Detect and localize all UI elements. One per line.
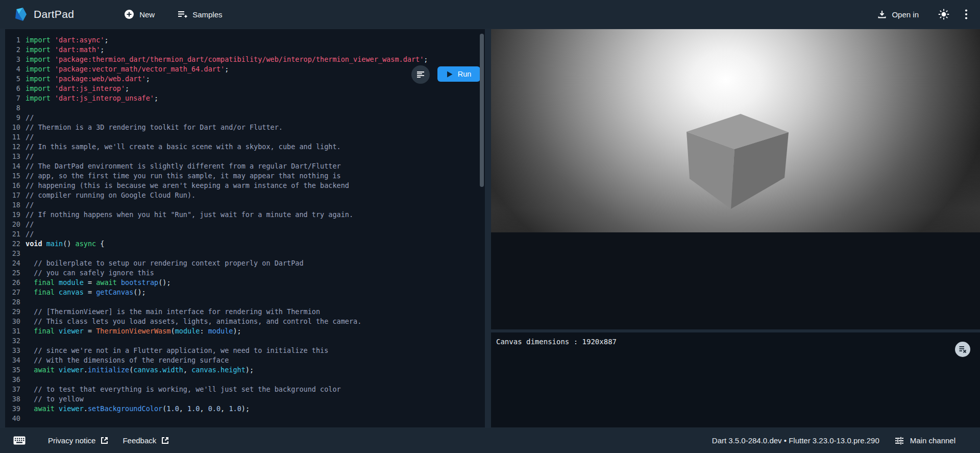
code-line[interactable]: 21//	[5, 229, 485, 239]
code-line[interactable]: 22void main() async {	[5, 239, 485, 249]
format-button[interactable]	[411, 65, 430, 84]
brightness-sun-icon	[938, 9, 949, 20]
code-text: // compiler running on Google Cloud Run)…	[26, 190, 195, 200]
code-line[interactable]: 24 // boilerplate to setup our rendering…	[5, 258, 485, 268]
code-line[interactable]: 36	[5, 375, 485, 385]
header-actions: Open in	[877, 9, 970, 20]
line-number: 25	[5, 268, 20, 278]
line-number: 13	[5, 152, 20, 161]
code-editor-pane[interactable]: 1import 'dart:async';2import 'dart:math'…	[5, 29, 485, 427]
feedback-link[interactable]: Feedback	[122, 436, 169, 445]
code-text: // with the dimensions of the rendering …	[26, 355, 229, 365]
line-number: 1	[5, 35, 20, 45]
code-line[interactable]: 39 await viewer.setBackgroundColor(1.0, …	[5, 404, 485, 414]
new-button[interactable]: New	[124, 9, 155, 19]
code-line[interactable]: 23	[5, 249, 485, 258]
overflow-menu-button[interactable]	[965, 9, 968, 20]
console-panel: Canvas dimensions : 980x453	[491, 332, 980, 427]
code-line[interactable]: 19// If nothing happens when you hit "Ru…	[5, 210, 485, 220]
line-number: 16	[5, 181, 20, 190]
code-lines: 1import 'dart:async';2import 'dart:math'…	[5, 29, 485, 423]
code-text: // [ThermionViewer] is the main interfac…	[26, 307, 320, 317]
line-number: 26	[5, 278, 20, 288]
code-line[interactable]: 27 final canvas = getCanvas();	[5, 288, 485, 297]
code-line[interactable]: 11//	[5, 132, 485, 142]
code-line[interactable]: 26 final module = await bootstrap();	[5, 278, 485, 288]
code-line[interactable]: 20//	[5, 220, 485, 229]
dartpad-logo-icon	[14, 7, 28, 21]
code-line[interactable]: 25 // you can safely ignore this	[5, 268, 485, 278]
code-text: // Thermion is a 3D rendering toolkit fo…	[26, 123, 283, 132]
code-line[interactable]: 32	[5, 336, 485, 346]
line-number: 20	[5, 220, 20, 229]
code-line[interactable]: 18//	[5, 200, 485, 210]
line-number: 4	[5, 64, 20, 74]
code-line[interactable]: 9//	[5, 113, 485, 123]
line-number: 35	[5, 365, 20, 375]
status-bar-right: Dart 3.5.0-284.0.dev • Flutter 3.23.0-13…	[712, 436, 955, 445]
theme-toggle-button[interactable]	[938, 9, 949, 20]
line-number: 19	[5, 210, 20, 220]
code-line[interactable]: 1import 'dart:async';	[5, 35, 485, 45]
render-canvas[interactable]	[491, 29, 980, 232]
code-line[interactable]: 16// happening (this is because we aren'…	[5, 181, 485, 190]
code-line[interactable]: 14// The DartPad environment is slightly…	[5, 161, 485, 171]
code-text: void main() async {	[26, 239, 104, 249]
clear-console-button[interactable]	[955, 342, 970, 357]
code-line[interactable]: 33 // since we're not in a Flutter appli…	[5, 346, 485, 355]
code-line[interactable]: 31 final viewer = ThermionViewerWasm(mod…	[5, 326, 485, 336]
code-text: // you can safely ignore this	[26, 268, 154, 278]
code-line[interactable]: 10// Thermion is a 3D rendering toolkit …	[5, 123, 485, 132]
code-line[interactable]: 7import 'dart:js_interop_unsafe';	[5, 93, 485, 103]
code-line[interactable]: 13//	[5, 152, 485, 161]
code-line[interactable]: 30 // This class lets you load assets, l…	[5, 317, 485, 326]
code-line[interactable]: 28	[5, 297, 485, 307]
code-line[interactable]: 3import 'package:thermion_dart/thermion_…	[5, 55, 485, 64]
code-line[interactable]: 40	[5, 414, 485, 423]
code-text: // to yellow	[26, 394, 84, 404]
line-number: 21	[5, 229, 20, 239]
code-text: import 'dart:js_interop_unsafe';	[26, 93, 158, 103]
plus-circle-icon	[124, 9, 134, 19]
code-line[interactable]: 15// app, so the first time you run this…	[5, 171, 485, 181]
code-text: import 'package:web/web.dart';	[26, 74, 150, 84]
channel-selector-button[interactable]: Main channel	[895, 436, 955, 445]
code-text: //	[26, 113, 34, 123]
open-in-new-icon	[101, 437, 108, 444]
app-title: DartPad	[34, 8, 74, 20]
line-number: 18	[5, 200, 20, 210]
line-number: 7	[5, 93, 20, 103]
privacy-notice-link[interactable]: Privacy notice	[48, 436, 108, 445]
editor-scrollbar-thumb[interactable]	[480, 34, 484, 187]
privacy-notice-label: Privacy notice	[48, 436, 95, 445]
line-number: 14	[5, 161, 20, 171]
code-line[interactable]: 6import 'dart:js_interop';	[5, 84, 485, 93]
code-text: //	[26, 229, 34, 239]
code-line[interactable]: 17// compiler running on Google Cloud Ru…	[5, 190, 485, 200]
code-text: final module = await bootstrap();	[26, 278, 171, 288]
canvas-background-area	[491, 232, 980, 329]
line-number: 31	[5, 326, 20, 336]
run-button[interactable]: Run	[437, 66, 480, 82]
code-text: // boilerplate to setup our rendering co…	[26, 258, 304, 268]
code-line[interactable]: 35 await viewer.initialize(canvas.width,…	[5, 365, 485, 375]
line-number: 10	[5, 123, 20, 132]
line-number: 40	[5, 414, 20, 423]
code-line[interactable]: 8	[5, 103, 485, 113]
line-number: 5	[5, 74, 20, 84]
code-line[interactable]: 38 // to yellow	[5, 394, 485, 404]
keyboard-shortcuts-button[interactable]	[13, 436, 26, 445]
code-line[interactable]: 29 // [ThermionViewer] is the main inter…	[5, 307, 485, 317]
code-line[interactable]: 37 // to test that everything is working…	[5, 385, 485, 394]
open-in-new-icon	[161, 437, 169, 444]
code-line[interactable]: 2import 'dart:math';	[5, 45, 485, 55]
samples-button[interactable]: Samples	[177, 10, 222, 19]
line-number: 34	[5, 355, 20, 365]
code-line[interactable]: 34 // with the dimensions of the renderi…	[5, 355, 485, 365]
samples-button-label: Samples	[192, 10, 222, 19]
open-in-label: Open in	[892, 10, 919, 19]
open-in-button[interactable]: Open in	[877, 10, 919, 19]
code-line[interactable]: 12// In this sample, we'll create a basi…	[5, 142, 485, 152]
line-number: 37	[5, 385, 20, 394]
samples-list-icon	[177, 10, 187, 19]
